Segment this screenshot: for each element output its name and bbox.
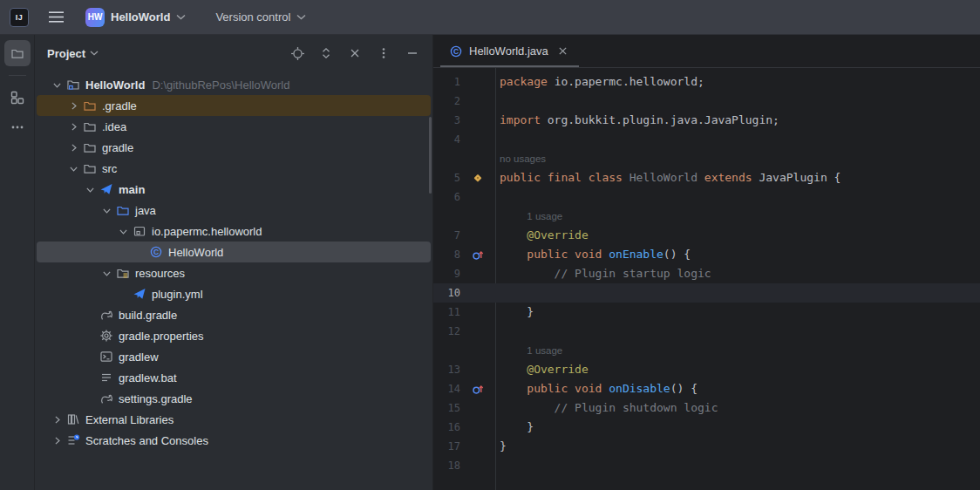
- tree-item-helloworld[interactable]: HelloWorldD:\githubRePos\HelloWorld: [37, 74, 431, 95]
- code-line-10[interactable]: 10: [433, 283, 980, 303]
- line-number[interactable]: 16: [433, 421, 460, 433]
- tree-item-scratches-and-consoles[interactable]: Scratches and Consoles: [37, 430, 431, 451]
- code-line-15[interactable]: 15 // Plugin shutdown logic: [433, 398, 980, 418]
- tab-close-icon[interactable]: [556, 44, 570, 58]
- hide-button[interactable]: [403, 44, 422, 63]
- code-line-6[interactable]: 6: [433, 187, 980, 207]
- code-line-5[interactable]: 5public final class HelloWorld extends J…: [433, 168, 980, 187]
- tree-item-idea[interactable]: .idea: [37, 116, 431, 137]
- line-number[interactable]: 8: [433, 248, 460, 261]
- code-line-1[interactable]: 1package io.papermc.helloworld;: [433, 72, 980, 92]
- chevron-right-icon[interactable]: [49, 435, 65, 446]
- tree-item-src[interactable]: src: [37, 158, 431, 179]
- line-number[interactable]: 13: [433, 364, 460, 376]
- line-number[interactable]: 15: [433, 402, 460, 414]
- stripe-button-project[interactable]: [4, 40, 31, 66]
- text-file-icon: [99, 371, 114, 385]
- tree-item-build-gradle[interactable]: build.gradle: [37, 304, 431, 325]
- tree-item-gradle-properties[interactable]: gradle.properties: [37, 325, 431, 346]
- code-line-3[interactable]: 3import org.bukkit.plugin.java.JavaPlugi…: [433, 111, 980, 130]
- tree-item-gradle[interactable]: .gradle: [37, 95, 431, 116]
- tree-item-external-libraries[interactable]: External Libraries: [37, 409, 431, 430]
- folder-source-icon: [115, 203, 131, 217]
- code-line-14[interactable]: 14 public void onDisable() {: [433, 379, 980, 398]
- stripe-button-structure[interactable]: [4, 85, 31, 111]
- inlay-hint-row[interactable]: 1 usage: [433, 341, 980, 360]
- line-number[interactable]: 2: [433, 95, 460, 107]
- chevron-down-icon[interactable]: [65, 163, 82, 174]
- version-control-widget[interactable]: Version control: [208, 7, 313, 27]
- tree-item-gradlew[interactable]: gradlew: [37, 346, 431, 367]
- tree-item-label: External Libraries: [85, 413, 174, 426]
- stripe-button-more-tool-windows[interactable]: [4, 114, 31, 140]
- code-line-12[interactable]: 12: [433, 322, 980, 341]
- line-number[interactable]: 14: [433, 383, 460, 395]
- line-number[interactable]: 11: [433, 306, 460, 318]
- editor-content[interactable]: 1package io.papermc.helloworld;23import …: [433, 68, 980, 490]
- tree-item-label: HelloWorld: [168, 246, 223, 259]
- code-text: public final class HelloWorld extends Ja…: [495, 168, 840, 187]
- chevron-down-icon[interactable]: [99, 268, 115, 279]
- code-line-13[interactable]: 13 @Override: [433, 360, 980, 379]
- project-widget[interactable]: HW HelloWorld: [78, 4, 193, 31]
- tree-item-label: gradlew: [119, 350, 159, 364]
- project-view-selector[interactable]: Project: [47, 47, 99, 60]
- chevron-down-icon[interactable]: [115, 226, 132, 237]
- code-line-9[interactable]: 9 // Plugin startup logic: [433, 264, 980, 283]
- expand-all-button[interactable]: [316, 44, 336, 63]
- inlay-hint-row[interactable]: no usages: [433, 149, 980, 168]
- tree-item-resources[interactable]: resources: [37, 262, 431, 283]
- tree-item-java[interactable]: java: [37, 200, 431, 221]
- tree-item-gradle[interactable]: gradle: [37, 137, 431, 158]
- tree-item-settings-gradle[interactable]: settings.gradle: [37, 388, 431, 409]
- code-line-16[interactable]: 16 }: [433, 418, 980, 437]
- overriding-method-icon[interactable]: [460, 248, 495, 262]
- line-number[interactable]: 12: [433, 325, 460, 337]
- usage-inlay-hint[interactable]: 1 usage: [495, 345, 562, 356]
- tree-item-io-papermc-helloworld[interactable]: io.papermc.helloworld: [37, 221, 431, 242]
- editor-tab-helloworld-java[interactable]: CHelloWorld.java: [440, 35, 579, 67]
- scrollbar-thumb[interactable]: [429, 117, 432, 194]
- line-number[interactable]: 17: [433, 440, 460, 453]
- chevron-right-icon[interactable]: [65, 142, 82, 153]
- tree-item-main[interactable]: main: [37, 179, 431, 200]
- plugin-marker-icon[interactable]: [460, 172, 495, 184]
- line-number[interactable]: 10: [433, 287, 460, 299]
- line-number[interactable]: 6: [433, 191, 460, 203]
- line-number[interactable]: 3: [433, 114, 460, 126]
- chevron-down-icon[interactable]: [99, 205, 115, 216]
- locate-button[interactable]: [288, 44, 307, 63]
- collapse-all-button[interactable]: [345, 44, 364, 63]
- tree-item-helloworld[interactable]: CHelloWorld: [37, 242, 431, 262]
- main-menu-button[interactable]: [44, 5, 68, 30]
- line-number[interactable]: 4: [433, 133, 460, 146]
- code-line-2[interactable]: 2: [433, 92, 980, 111]
- folder-resources-icon: [115, 266, 131, 280]
- line-number[interactable]: 5: [433, 172, 460, 184]
- code-line-18[interactable]: 18: [433, 456, 980, 475]
- code-line-11[interactable]: 11 }: [433, 303, 980, 322]
- code-line-4[interactable]: 4: [433, 130, 980, 149]
- chevron-down-icon[interactable]: [49, 79, 65, 91]
- line-number[interactable]: 18: [433, 459, 460, 472]
- code-line-7[interactable]: 7 @Override: [433, 226, 980, 245]
- line-number[interactable]: 1: [433, 76, 460, 88]
- chevron-right-icon[interactable]: [65, 121, 82, 133]
- gradle-icon: [99, 391, 114, 405]
- usage-inlay-hint[interactable]: no usages: [495, 153, 546, 164]
- overriding-method-icon[interactable]: [460, 382, 495, 396]
- code-text: }: [495, 437, 507, 456]
- tree-item-gradlew-bat[interactable]: gradlew.bat: [37, 367, 431, 388]
- usage-inlay-hint[interactable]: 1 usage: [495, 211, 562, 221]
- chevron-down-icon[interactable]: [82, 184, 99, 195]
- line-number[interactable]: 9: [433, 268, 460, 280]
- tree-item-plugin-yml[interactable]: plugin.yml: [37, 283, 431, 304]
- inlay-hint-row[interactable]: 1 usage: [433, 207, 980, 226]
- code-line-17[interactable]: 17}: [433, 437, 980, 456]
- code-text: @Override: [495, 360, 589, 379]
- line-number[interactable]: 7: [433, 229, 460, 242]
- options-button[interactable]: [374, 44, 393, 63]
- chevron-right-icon[interactable]: [49, 414, 65, 425]
- code-line-8[interactable]: 8 public void onEnable() {: [433, 245, 980, 264]
- chevron-right-icon[interactable]: [65, 100, 82, 112]
